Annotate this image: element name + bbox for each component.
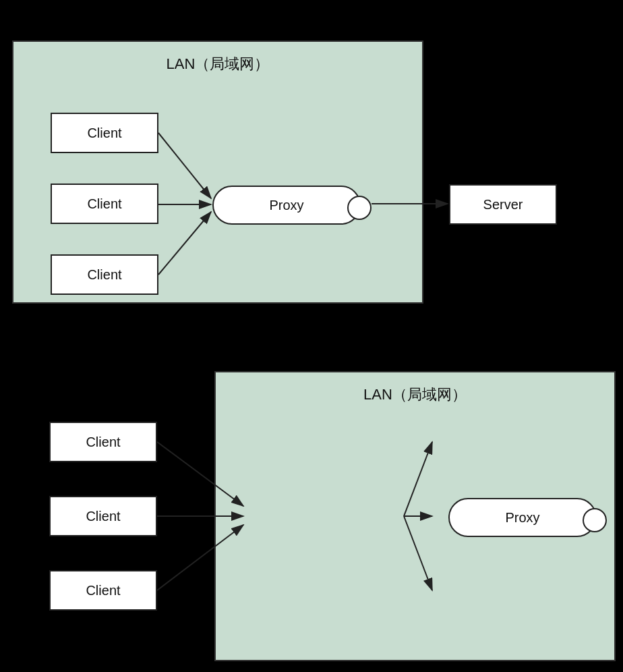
proxy-label-1: Proxy bbox=[269, 198, 303, 213]
client-box-2-3: Client bbox=[49, 570, 157, 611]
lan-label-2: LAN（局域网） bbox=[363, 385, 467, 405]
proxy-circle-1 bbox=[347, 196, 372, 220]
lan-label-1: LAN（局域网） bbox=[167, 54, 270, 74]
lan-box-2: LAN（局域网） Proxy Server Server Server bbox=[214, 371, 616, 661]
proxy-1: Proxy bbox=[212, 186, 361, 225]
proxy-label-2: Proxy bbox=[505, 510, 539, 526]
proxy-circle-2 bbox=[583, 508, 607, 532]
client-label-1-2: Client bbox=[87, 196, 121, 212]
client-label-2-2: Client bbox=[86, 509, 120, 524]
diagram1: LAN（局域网） Client Client Client Proxy bbox=[12, 40, 423, 304]
client-box-2-2: Client bbox=[49, 496, 157, 536]
server-1: Server bbox=[449, 184, 557, 225]
client-box-1-3: Client bbox=[51, 254, 158, 295]
arrow-c1-proxy bbox=[158, 133, 211, 198]
diagram2: Client Client Client LAN（局域网） Proxy Serv… bbox=[12, 371, 619, 661]
server-label-1: Server bbox=[483, 197, 523, 213]
client-label-1-1: Client bbox=[87, 125, 121, 141]
client-label-1-3: Client bbox=[87, 267, 121, 283]
proxy-2: Proxy bbox=[448, 498, 597, 537]
lan-box-1: LAN（局域网） Client Client Client Proxy bbox=[12, 40, 423, 304]
client-label-2-1: Client bbox=[86, 435, 120, 450]
client-box-1-1: Client bbox=[51, 113, 158, 153]
client-box-1-2: Client bbox=[51, 184, 158, 224]
arrow-c3-proxy bbox=[158, 212, 211, 275]
client-box-2-1: Client bbox=[49, 422, 157, 462]
client-label-2-3: Client bbox=[86, 583, 120, 598]
